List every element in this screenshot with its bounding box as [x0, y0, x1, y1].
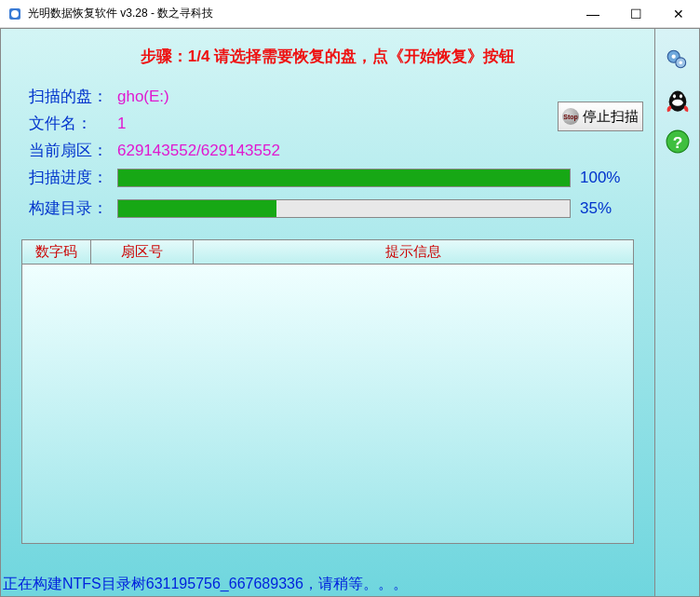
qq-icon[interactable] [664, 87, 692, 115]
grid-body [21, 265, 634, 544]
disk-label: 扫描的盘： [29, 86, 117, 107]
build-progress-bar [117, 199, 571, 218]
minimize-button[interactable]: ― [572, 0, 614, 28]
svg-point-4 [671, 55, 675, 59]
disk-value: gho(E:) [117, 88, 169, 106]
svg-point-9 [679, 94, 681, 98]
help-icon[interactable]: ? [664, 128, 692, 156]
svg-point-10 [672, 100, 683, 106]
status-bar: 正在构建NTFS目录树631195756_667689336，请稍等。。。 [3, 575, 408, 594]
stop-scan-button[interactable]: Stop 停止扫描 [558, 102, 643, 131]
build-progress-label: 构建目录： [29, 197, 117, 219]
col-sector[interactable]: 扇区号 [91, 240, 194, 264]
sector-label: 当前扇区： [29, 140, 117, 161]
build-progress-fill [118, 200, 276, 217]
titlebar: 光明数据恢复软件 v3.28 - 数之寻科技 ― ☐ ✕ [0, 0, 700, 28]
col-numcode[interactable]: 数字码 [22, 240, 91, 264]
file-label: 文件名： [29, 113, 117, 134]
side-toolbar: ? [655, 28, 700, 597]
results-grid: 数字码 扇区号 提示信息 [21, 239, 634, 544]
scan-progress-bar [117, 169, 571, 187]
window-title: 光明数据恢复软件 v3.28 - 数之寻科技 [28, 6, 572, 21]
svg-point-1 [11, 10, 19, 18]
svg-text:?: ? [672, 133, 682, 152]
svg-point-5 [679, 61, 681, 64]
app-icon [7, 7, 22, 21]
stop-button-label: 停止扫描 [583, 108, 639, 126]
scan-progress-pct: 100% [580, 169, 626, 187]
file-value: 1 [117, 115, 126, 133]
main-panel: 步骤：1/4 请选择需要恢复的盘，点《开始恢复》按钮 Stop 停止扫描 扫描的… [0, 28, 655, 597]
maximize-button[interactable]: ☐ [614, 0, 657, 28]
step-instruction: 步骤：1/4 请选择需要恢复的盘，点《开始恢复》按钮 [1, 29, 654, 76]
info-box: 扫描的盘： gho(E:) 文件名： 1 当前扇区： 629143552/629… [20, 76, 636, 234]
svg-point-8 [672, 94, 675, 98]
stop-icon: Stop [562, 108, 579, 125]
close-button[interactable]: ✕ [657, 0, 700, 28]
grid-header: 数字码 扇区号 提示信息 [21, 239, 634, 265]
sector-value: 629143552/629143552 [117, 142, 280, 160]
scan-progress-fill [118, 170, 570, 186]
settings-icon[interactable] [664, 46, 692, 74]
scan-progress-label: 扫描进度： [29, 167, 117, 188]
build-progress-pct: 35% [580, 199, 626, 218]
col-message[interactable]: 提示信息 [194, 240, 633, 264]
